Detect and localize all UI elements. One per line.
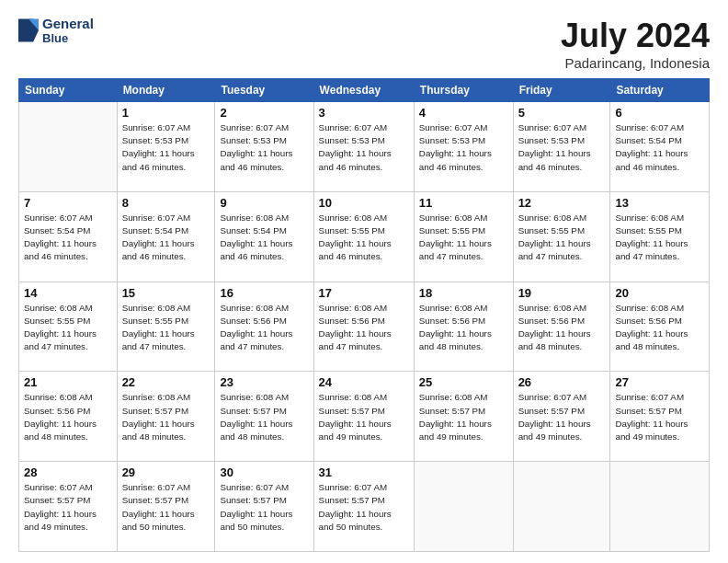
logo: General Blue [18,17,94,45]
day-info: Sunrise: 6:07 AMSunset: 5:57 PMDaylight:… [24,481,112,534]
calendar-cell [414,462,513,552]
day-info: Sunrise: 6:08 AMSunset: 5:56 PMDaylight:… [615,302,704,354]
day-number: 17 [319,286,409,300]
calendar-title: July 2024 [561,17,710,55]
day-info: Sunrise: 6:07 AMSunset: 5:53 PMDaylight:… [518,121,606,174]
calendar-header: SundayMondayTuesdayWednesdayThursdayFrid… [19,79,710,102]
day-info: Sunrise: 6:08 AMSunset: 5:56 PMDaylight:… [319,302,409,354]
calendar-cell: 4Sunrise: 6:07 AMSunset: 5:53 PMDaylight… [414,102,513,192]
day-number: 7 [24,196,112,210]
day-number: 1 [122,106,210,120]
day-info: Sunrise: 6:08 AMSunset: 5:55 PMDaylight:… [615,212,704,264]
day-number: 19 [518,286,606,300]
calendar-table: SundayMondayTuesdayWednesdayThursdayFrid… [18,78,710,552]
day-number: 5 [518,106,606,120]
day-info: Sunrise: 6:07 AMSunset: 5:57 PMDaylight:… [319,481,409,534]
calendar-cell: 8Sunrise: 6:07 AMSunset: 5:54 PMDaylight… [117,191,215,282]
day-number: 30 [220,465,308,479]
day-header-friday: Friday [513,79,610,102]
day-number: 18 [419,286,508,300]
day-header-sunday: Sunday [19,79,118,102]
calendar-cell: 22Sunrise: 6:08 AMSunset: 5:57 PMDayligh… [117,372,215,462]
calendar-cell: 21Sunrise: 6:08 AMSunset: 5:56 PMDayligh… [19,372,118,462]
title-block: July 2024 Padarincang, Indonesia [561,17,710,71]
day-number: 25 [419,375,508,389]
calendar-cell [513,462,610,552]
calendar-cell: 25Sunrise: 6:08 AMSunset: 5:57 PMDayligh… [414,372,513,462]
calendar-cell: 11Sunrise: 6:08 AMSunset: 5:55 PMDayligh… [414,191,513,282]
day-info: Sunrise: 6:07 AMSunset: 5:54 PMDaylight:… [24,212,112,264]
day-info: Sunrise: 6:07 AMSunset: 5:57 PMDaylight:… [122,481,210,534]
calendar-cell: 12Sunrise: 6:08 AMSunset: 5:55 PMDayligh… [513,191,610,282]
day-info: Sunrise: 6:07 AMSunset: 5:53 PMDaylight:… [122,121,210,174]
day-info: Sunrise: 6:07 AMSunset: 5:57 PMDaylight:… [518,391,606,443]
calendar-cell: 3Sunrise: 6:07 AMSunset: 5:53 PMDaylight… [313,102,414,192]
calendar-cell [19,102,118,192]
calendar-cell: 23Sunrise: 6:08 AMSunset: 5:57 PMDayligh… [215,372,313,462]
calendar-body: 1Sunrise: 6:07 AMSunset: 5:53 PMDaylight… [19,102,710,552]
week-row: 28Sunrise: 6:07 AMSunset: 5:57 PMDayligh… [19,462,710,552]
day-header-saturday: Saturday [610,79,710,102]
calendar-cell: 13Sunrise: 6:08 AMSunset: 5:55 PMDayligh… [610,191,710,282]
day-info: Sunrise: 6:08 AMSunset: 5:55 PMDaylight:… [122,302,210,354]
logo-text: General Blue [42,17,94,45]
day-number: 16 [220,286,308,300]
day-number: 11 [419,196,508,210]
day-number: 31 [319,465,409,479]
day-header-monday: Monday [117,79,215,102]
calendar-cell: 20Sunrise: 6:08 AMSunset: 5:56 PMDayligh… [610,282,710,372]
day-header-thursday: Thursday [414,79,513,102]
calendar-cell: 31Sunrise: 6:07 AMSunset: 5:57 PMDayligh… [313,462,414,552]
day-number: 10 [319,196,409,210]
day-info: Sunrise: 6:08 AMSunset: 5:57 PMDaylight:… [419,391,508,443]
day-info: Sunrise: 6:08 AMSunset: 5:56 PMDaylight:… [220,302,308,354]
calendar-cell: 26Sunrise: 6:07 AMSunset: 5:57 PMDayligh… [513,372,610,462]
day-info: Sunrise: 6:07 AMSunset: 5:54 PMDaylight:… [122,212,210,264]
calendar-cell: 29Sunrise: 6:07 AMSunset: 5:57 PMDayligh… [117,462,215,552]
calendar-cell: 1Sunrise: 6:07 AMSunset: 5:53 PMDaylight… [117,102,215,192]
day-info: Sunrise: 6:07 AMSunset: 5:57 PMDaylight:… [220,481,308,534]
day-number: 12 [518,196,606,210]
calendar-cell: 2Sunrise: 6:07 AMSunset: 5:53 PMDaylight… [215,102,313,192]
day-info: Sunrise: 6:07 AMSunset: 5:53 PMDaylight:… [319,121,409,174]
calendar-cell: 5Sunrise: 6:07 AMSunset: 5:53 PMDaylight… [513,102,610,192]
day-number: 23 [220,375,308,389]
day-number: 29 [122,465,210,479]
calendar-cell: 28Sunrise: 6:07 AMSunset: 5:57 PMDayligh… [19,462,118,552]
week-row: 21Sunrise: 6:08 AMSunset: 5:56 PMDayligh… [19,372,710,462]
day-info: Sunrise: 6:08 AMSunset: 5:56 PMDaylight:… [419,302,508,354]
day-info: Sunrise: 6:08 AMSunset: 5:55 PMDaylight:… [24,302,112,354]
calendar-cell: 16Sunrise: 6:08 AMSunset: 5:56 PMDayligh… [215,282,313,372]
calendar-cell: 27Sunrise: 6:07 AMSunset: 5:57 PMDayligh… [610,372,710,462]
day-info: Sunrise: 6:08 AMSunset: 5:54 PMDaylight:… [220,212,308,264]
day-info: Sunrise: 6:08 AMSunset: 5:55 PMDaylight:… [518,212,606,264]
day-number: 27 [615,375,704,389]
day-info: Sunrise: 6:08 AMSunset: 5:57 PMDaylight:… [220,391,308,443]
day-header-tuesday: Tuesday [215,79,313,102]
day-info: Sunrise: 6:07 AMSunset: 5:54 PMDaylight:… [615,121,704,174]
day-info: Sunrise: 6:08 AMSunset: 5:56 PMDaylight:… [518,302,606,354]
day-number: 22 [122,375,210,389]
day-info: Sunrise: 6:08 AMSunset: 5:57 PMDaylight:… [122,391,210,443]
day-info: Sunrise: 6:08 AMSunset: 5:55 PMDaylight:… [319,212,409,264]
calendar-cell: 15Sunrise: 6:08 AMSunset: 5:55 PMDayligh… [117,282,215,372]
calendar-cell: 10Sunrise: 6:08 AMSunset: 5:55 PMDayligh… [313,191,414,282]
day-number: 13 [615,196,704,210]
page: General Blue July 2024 Padarincang, Indo… [0,0,728,563]
week-row: 1Sunrise: 6:07 AMSunset: 5:53 PMDaylight… [19,102,710,192]
day-number: 15 [122,286,210,300]
day-number: 8 [122,196,210,210]
calendar-cell: 6Sunrise: 6:07 AMSunset: 5:54 PMDaylight… [610,102,710,192]
day-info: Sunrise: 6:07 AMSunset: 5:57 PMDaylight:… [615,391,704,443]
calendar-cell: 24Sunrise: 6:08 AMSunset: 5:57 PMDayligh… [313,372,414,462]
header: General Blue July 2024 Padarincang, Indo… [18,17,710,71]
calendar-cell: 18Sunrise: 6:08 AMSunset: 5:56 PMDayligh… [414,282,513,372]
day-info: Sunrise: 6:08 AMSunset: 5:56 PMDaylight:… [24,391,112,443]
calendar-cell: 19Sunrise: 6:08 AMSunset: 5:56 PMDayligh… [513,282,610,372]
day-info: Sunrise: 6:08 AMSunset: 5:55 PMDaylight:… [419,212,508,264]
day-number: 26 [518,375,606,389]
calendar-cell: 17Sunrise: 6:08 AMSunset: 5:56 PMDayligh… [313,282,414,372]
day-number: 6 [615,106,704,120]
day-number: 2 [220,106,308,120]
day-number: 20 [615,286,704,300]
